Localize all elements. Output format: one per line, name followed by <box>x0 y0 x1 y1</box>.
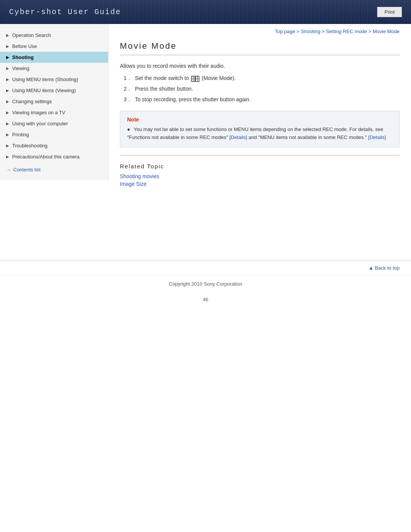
sidebar-item-troubleshooting[interactable]: ▶Troubleshooting <box>0 140 108 151</box>
sidebar-item-operation-search[interactable]: ▶Operation Search <box>0 30 108 41</box>
sidebar-item-label: Troubleshooting <box>12 143 48 149</box>
chevron-right-icon: ▶ <box>6 44 10 48</box>
sidebar-item-precautions-about-this-camera[interactable]: ▶Precautions/About this camera <box>0 151 108 162</box>
site-title: Cyber-shot User Guide <box>9 8 121 16</box>
arrow-right-icon: → <box>6 167 11 173</box>
chevron-right-icon: ▶ <box>6 155 10 159</box>
footer-bar: Back to top <box>0 260 411 275</box>
sidebar-item-label: Shooting <box>12 54 33 60</box>
step-3-text: To stop recording, press the shutter but… <box>135 96 250 102</box>
sidebar-item-viewing[interactable]: ▶Viewing <box>0 63 108 74</box>
movie-mode-icon <box>191 75 199 82</box>
sidebar-item-viewing-images-on-a-tv[interactable]: ▶Viewing images on a TV <box>0 107 108 118</box>
sidebar-item-using-menu-items--shooting-[interactable]: ▶Using MENU items (Shooting) <box>0 74 108 85</box>
sidebar-item-label: Precautions/About this camera <box>12 154 80 160</box>
breadcrumb-shooting[interactable]: Shooting <box>301 29 320 34</box>
breadcrumb-setting-rec[interactable]: Setting REC mode <box>326 29 367 34</box>
steps-list: 1． Set the mode switch to (Movie Mode). <box>120 75 400 103</box>
chevron-right-icon: ▶ <box>6 110 10 115</box>
sidebar-item-label: Changing settings <box>12 99 52 104</box>
sidebar-item-shooting[interactable]: ▶Shooting <box>0 52 108 63</box>
step-3: 3． To stop recording, press the shutter … <box>124 96 400 103</box>
step-2: 2． Press the shutter button. <box>124 86 400 93</box>
back-to-top-link[interactable]: Back to top <box>368 265 400 271</box>
chevron-right-icon: ▶ <box>6 66 10 70</box>
chevron-right-icon: ▶ <box>6 144 10 148</box>
step-2-text: Press the shutter button. <box>135 86 193 92</box>
chevron-right-icon: ▶ <box>6 77 10 81</box>
breadcrumb-current: Movie Mode <box>373 29 400 34</box>
divider <box>120 155 400 155</box>
bullet-icon: ● <box>127 126 130 134</box>
sidebar-item-before-use[interactable]: ▶Before Use <box>0 41 108 52</box>
site-header: Cyber-shot User Guide Print <box>0 0 411 24</box>
step-1-text-after: (Movie Mode). <box>202 75 236 81</box>
sidebar-item-label: Operation Search <box>12 32 51 38</box>
note-box: Note ● You may not be able to set some f… <box>120 111 400 147</box>
chevron-right-icon: ▶ <box>6 133 10 137</box>
breadcrumb: Top page > Shooting > Setting REC mode >… <box>120 24 400 41</box>
sidebar-item-printing[interactable]: ▶Printing <box>0 129 108 140</box>
contents-list-label: Contents list <box>13 167 41 173</box>
note-link-2[interactable]: [Details] <box>368 134 386 140</box>
sidebar-item-label: Before Use <box>12 43 37 49</box>
note-text: ● You may not be able to set some functi… <box>127 126 392 142</box>
print-button[interactable]: Print <box>377 7 402 17</box>
chevron-right-icon: ▶ <box>6 55 10 59</box>
sidebar: ▶Operation Search▶Before Use▶Shooting▶Vi… <box>0 24 108 252</box>
page-title: Movie Mode <box>120 41 400 55</box>
chevron-right-icon: ▶ <box>6 33 10 37</box>
sidebar-item-label: Viewing <box>12 66 29 71</box>
content-intro: Allows you to record movies with their a… <box>120 63 400 69</box>
related-topic: Related Topic Shooting movies Image Size <box>120 163 400 187</box>
chevron-right-icon: ▶ <box>6 88 10 93</box>
related-link-shooting-movies[interactable]: Shooting movies <box>120 173 400 179</box>
related-link-image-size[interactable]: Image Size <box>120 181 400 187</box>
sidebar-item-label: Using MENU items (Viewing) <box>12 88 76 93</box>
chevron-right-icon: ▶ <box>6 99 10 104</box>
sidebar-item-label: Using MENU items (Shooting) <box>12 77 78 82</box>
breadcrumb-top[interactable]: Top page <box>275 29 295 34</box>
note-link-1[interactable]: [Details] <box>229 134 247 140</box>
sidebar-item-label: Printing <box>12 132 29 137</box>
chevron-right-icon: ▶ <box>6 121 10 126</box>
related-topic-title: Related Topic <box>120 163 400 169</box>
step-1: 1． Set the mode switch to (Movie Mode). <box>124 75 400 82</box>
sidebar-item-changing-settings[interactable]: ▶Changing settings <box>0 96 108 107</box>
contents-list-link[interactable]: →Contents list <box>0 162 108 173</box>
main-content: Top page > Shooting > Setting REC mode >… <box>108 24 411 252</box>
note-title: Note <box>127 117 392 123</box>
sidebar-item-label: Using with your computer <box>12 121 68 126</box>
sidebar-item-using-with-your-computer[interactable]: ▶Using with your computer <box>0 118 108 129</box>
note-body-2: and "MENU items not available in some RE… <box>247 134 368 140</box>
page-number: 46 <box>0 292 411 307</box>
copyright: Copyright 2010 Sony Corporation <box>0 275 411 292</box>
sidebar-item-label: Viewing images on a TV <box>12 110 65 115</box>
step-1-text-before: Set the mode switch to <box>135 75 191 81</box>
sidebar-item-using-menu-items--viewing-[interactable]: ▶Using MENU items (Viewing) <box>0 85 108 96</box>
